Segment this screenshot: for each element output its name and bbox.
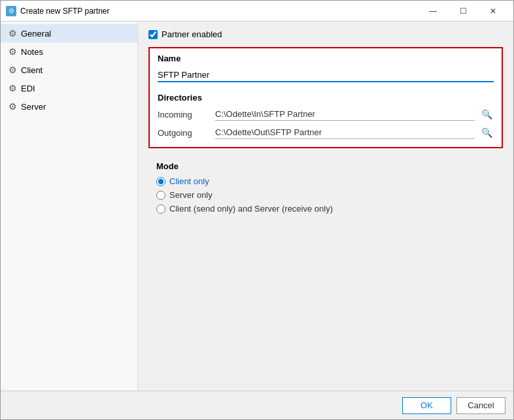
- incoming-row: Incoming 🔍: [150, 105, 502, 123]
- sidebar-label-client: Client: [21, 65, 43, 75]
- name-input-container: [150, 66, 502, 88]
- radio-server-only[interactable]: [156, 191, 165, 200]
- gear-icon-edi: ⚙: [9, 83, 17, 93]
- incoming-search-button[interactable]: 🔍: [480, 108, 494, 121]
- outgoing-row: Outgoing 🔍: [150, 123, 502, 142]
- radio-row-client-server: Client (send only) and Server (receive o…: [156, 204, 495, 214]
- sidebar-item-client[interactable]: ⚙ Client: [1, 61, 137, 79]
- title-bar: ⚙ Create new SFTP partner — ☐ ✕: [1, 1, 513, 22]
- sidebar-item-server[interactable]: ⚙ Server: [1, 97, 137, 116]
- gear-icon-notes: ⚙: [9, 46, 17, 57]
- cancel-button[interactable]: Cancel: [456, 397, 505, 414]
- sidebar-label-edi: EDI: [21, 84, 35, 93]
- radio-label-client-server[interactable]: Client (send only) and Server (receive o…: [169, 204, 333, 214]
- radio-client-only[interactable]: [156, 177, 165, 186]
- radio-row-client-only: Client only: [156, 176, 495, 186]
- partner-enabled-checkbox[interactable]: [148, 30, 158, 39]
- close-button[interactable]: ✕: [478, 1, 508, 22]
- sidebar-item-notes[interactable]: ⚙ Notes: [1, 42, 137, 61]
- window-icon: ⚙: [6, 6, 16, 16]
- main-content: Partner enabled Name Directories Incomin…: [138, 22, 513, 391]
- outgoing-label: Outgoing: [158, 128, 210, 138]
- outgoing-search-button[interactable]: 🔍: [480, 126, 494, 139]
- radio-client-server[interactable]: [156, 204, 165, 214]
- partner-enabled-row: Partner enabled: [148, 29, 503, 39]
- window-body: ⚙ General ⚙ Notes ⚙ Client ⚙ EDI ⚙ Serve…: [1, 22, 513, 391]
- gear-icon-server: ⚙: [9, 101, 17, 112]
- gear-icon-general: ⚙: [9, 28, 17, 39]
- sidebar-label-server: Server: [21, 102, 46, 112]
- title-bar-buttons: — ☐ ✕: [418, 1, 508, 22]
- minimize-button[interactable]: —: [418, 1, 448, 22]
- incoming-input[interactable]: [215, 108, 475, 121]
- incoming-label: Incoming: [158, 110, 210, 120]
- name-header: Name: [150, 48, 502, 66]
- footer: OK Cancel: [1, 391, 513, 419]
- sidebar-item-general[interactable]: ⚙ General: [1, 24, 137, 42]
- sidebar-label-notes: Notes: [21, 47, 43, 57]
- radio-row-server-only: Server only: [156, 190, 495, 200]
- partner-enabled-label[interactable]: Partner enabled: [162, 29, 222, 39]
- ok-button[interactable]: OK: [402, 397, 451, 414]
- window-title: Create new SFTP partner: [20, 7, 418, 16]
- partner-name-input[interactable]: [158, 69, 494, 82]
- mode-header: Mode: [156, 161, 495, 171]
- sidebar-label-general: General: [21, 29, 51, 39]
- radio-label-server-only[interactable]: Server only: [169, 190, 213, 200]
- name-directories-box: Name Directories Incoming 🔍 Outgoing 🔍: [148, 47, 503, 148]
- directories-header: Directories: [150, 88, 502, 105]
- sidebar-item-edi[interactable]: ⚙ EDI: [1, 79, 137, 97]
- radio-label-client-only[interactable]: Client only: [169, 176, 209, 186]
- sidebar: ⚙ General ⚙ Notes ⚙ Client ⚙ EDI ⚙ Serve…: [1, 22, 138, 391]
- outgoing-input[interactable]: [215, 126, 475, 139]
- main-window: ⚙ Create new SFTP partner — ☐ ✕ ⚙ Genera…: [0, 0, 514, 420]
- mode-section: Mode Client only Server only Client (sen…: [148, 156, 503, 223]
- maximize-button[interactable]: ☐: [448, 1, 478, 22]
- gear-icon-client: ⚙: [9, 65, 17, 75]
